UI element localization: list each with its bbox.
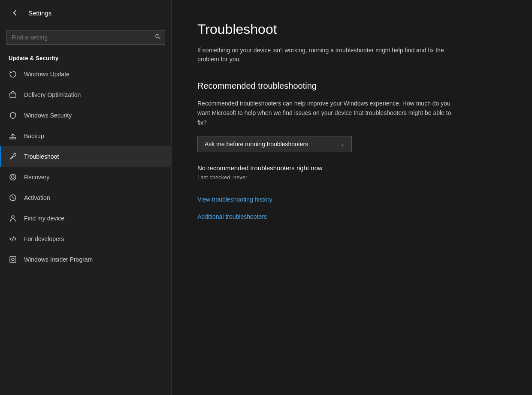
sidebar-item-label: Windows Security bbox=[24, 112, 72, 119]
activation-icon bbox=[9, 193, 17, 202]
shield-icon bbox=[9, 111, 17, 120]
wrench-icon bbox=[9, 152, 17, 161]
dropdown-value: Ask me before running troubleshooters bbox=[205, 141, 308, 148]
no-troubleshooters-status: No recommended troubleshooters right now bbox=[197, 164, 506, 172]
svg-point-5 bbox=[12, 176, 14, 178]
settings-title: Settings bbox=[28, 9, 51, 17]
recommended-heading: Recommended troubleshooting bbox=[197, 81, 506, 91]
sidebar-item-label: For developers bbox=[24, 235, 64, 242]
sidebar-item-backup[interactable]: Backup bbox=[0, 126, 171, 146]
main-content: Troubleshoot If something on your device… bbox=[172, 0, 532, 395]
sidebar-item-label: Activation bbox=[24, 194, 50, 201]
sidebar-item-windows-insider[interactable]: Windows Insider Program bbox=[0, 249, 171, 270]
section-label: Update & Security bbox=[0, 51, 171, 64]
sidebar-item-label: Delivery Optimization bbox=[24, 91, 81, 98]
search-input[interactable] bbox=[6, 30, 165, 45]
last-checked-text: Last checked: never bbox=[197, 174, 506, 181]
recovery-icon bbox=[9, 173, 17, 181]
person-icon bbox=[9, 214, 17, 223]
sidebar-item-label: Windows Insider Program bbox=[24, 256, 93, 263]
view-history-link[interactable]: View troubleshooting history bbox=[197, 196, 506, 203]
sidebar-item-label: Find my device bbox=[24, 215, 64, 222]
svg-point-4 bbox=[10, 174, 16, 180]
recommended-description: Recommended troubleshooters can help imp… bbox=[197, 99, 455, 127]
svg-rect-9 bbox=[10, 256, 16, 262]
sidebar-item-find-my-device[interactable]: Find my device bbox=[0, 208, 171, 229]
developers-icon bbox=[9, 235, 17, 243]
search-box bbox=[6, 30, 165, 45]
svg-line-8 bbox=[12, 237, 14, 241]
sidebar-header: Settings bbox=[0, 0, 171, 26]
page-description: If something on your device isn't workin… bbox=[197, 46, 455, 64]
page-title: Troubleshoot bbox=[197, 21, 506, 37]
sidebar-item-label: Troubleshoot bbox=[24, 153, 59, 160]
back-button[interactable] bbox=[9, 6, 21, 19]
update-icon bbox=[9, 70, 17, 78]
sidebar-item-activation[interactable]: Activation bbox=[0, 187, 171, 208]
svg-point-10 bbox=[12, 258, 14, 261]
sidebar-item-label: Backup bbox=[24, 133, 44, 139]
sidebar-item-label: Recovery bbox=[24, 174, 49, 181]
chevron-down-icon: ⌄ bbox=[340, 141, 345, 147]
svg-rect-2 bbox=[10, 93, 16, 97]
sidebar-item-delivery-optimization[interactable]: Delivery Optimization bbox=[0, 84, 171, 105]
sidebar-item-windows-security[interactable]: Windows Security bbox=[0, 105, 171, 126]
sidebar-item-label: Windows Update bbox=[24, 71, 70, 78]
sidebar-item-for-developers[interactable]: For developers bbox=[0, 229, 171, 249]
sidebar-item-recovery[interactable]: Recovery bbox=[0, 167, 171, 187]
backup-icon bbox=[9, 132, 17, 140]
sidebar: Settings Update & Security Windows Updat… bbox=[0, 0, 172, 395]
sidebar-item-troubleshoot[interactable]: Troubleshoot bbox=[0, 146, 171, 167]
delivery-icon bbox=[9, 90, 17, 99]
additional-troubleshooters-link[interactable]: Additional troubleshooters bbox=[197, 213, 506, 220]
svg-point-7 bbox=[12, 216, 14, 218]
sidebar-item-windows-update[interactable]: Windows Update bbox=[0, 64, 171, 84]
insider-icon bbox=[9, 255, 17, 264]
troubleshooter-preference-dropdown[interactable]: Ask me before running troubleshooters ⌄ bbox=[197, 136, 352, 152]
